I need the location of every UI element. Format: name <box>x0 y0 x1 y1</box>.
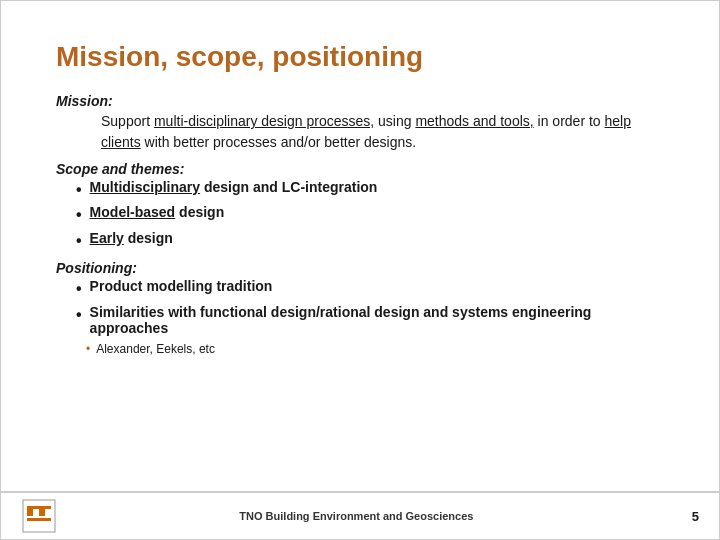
positioning-bullets: • Product modelling tradition • Similari… <box>76 278 664 335</box>
footer-page-number: 5 <box>692 509 699 524</box>
bullet-dot-2: • <box>76 204 82 226</box>
footer-org-name: TNO Building Environment and Geosciences <box>21 510 692 522</box>
sub-bullet-1: • Alexander, Eekels, etc <box>86 342 664 356</box>
positioning-bullet-2-text: Similarities with functional design/rati… <box>90 304 664 336</box>
footer: TNO Building Environment and Geosciences… <box>1 491 719 539</box>
scope-bullet-2: • Model-based design <box>76 204 664 226</box>
positioning-bullet-1-text: Product modelling tradition <box>90 278 273 294</box>
bullet-dot-3: • <box>76 230 82 252</box>
scope-label: Scope and themes: <box>56 161 664 177</box>
scope-bullet-3-text: Early design <box>90 230 173 246</box>
mission-text: Support multi-disciplinary design proces… <box>101 111 664 153</box>
bullet-dot-1: • <box>76 179 82 201</box>
pos-bullet-dot-1: • <box>76 278 82 300</box>
mission-underline-1: multi-disciplinary design processes, <box>154 113 374 129</box>
sub-bullets: • Alexander, Eekels, etc <box>86 342 664 356</box>
pos-bullet-dot-2: • <box>76 304 82 326</box>
sub-bullet-1-text: Alexander, Eekels, etc <box>96 342 215 356</box>
slide-title: Mission, scope, positioning <box>56 41 664 73</box>
scope-bullets: • Multidisciplinary design and LC-integr… <box>76 179 664 252</box>
positioning-label: Positioning: <box>56 260 664 276</box>
positioning-bullet-2: • Similarities with functional design/ra… <box>76 304 664 336</box>
sub-bullet-dot-1: • <box>86 342 90 356</box>
positioning-bullet-1: • Product modelling tradition <box>76 278 664 300</box>
slide-content: Mission, scope, positioning Mission: Sup… <box>1 1 719 491</box>
mission-underline-2: methods and tools, <box>415 113 533 129</box>
scope-bullet-1: • Multidisciplinary design and LC-integr… <box>76 179 664 201</box>
slide-container: Mission, scope, positioning Mission: Sup… <box>0 0 720 540</box>
scope-bullet-2-text: Model-based design <box>90 204 225 220</box>
scope-bullet-3: • Early design <box>76 230 664 252</box>
scope-bullet-1-text: Multidisciplinary design and LC-integrat… <box>90 179 378 195</box>
mission-label: Mission: <box>56 93 664 109</box>
